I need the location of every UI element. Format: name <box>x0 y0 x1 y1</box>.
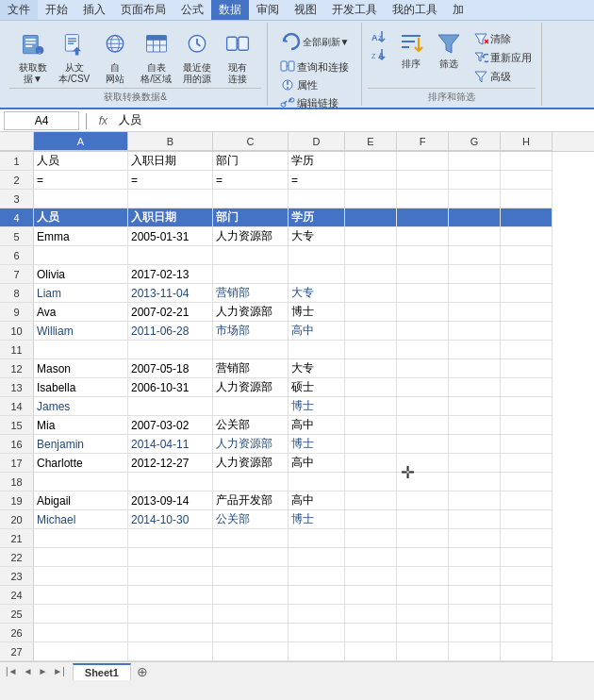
add-sheet-button[interactable]: ⊕ <box>131 664 154 679</box>
cell-r13c4[interactable]: 硕士 <box>289 378 345 397</box>
cell-r7c8[interactable] <box>501 265 553 284</box>
cell-r21c6[interactable] <box>397 529 449 548</box>
cell-r17c7[interactable] <box>449 454 501 473</box>
row-header-26[interactable]: 26 <box>0 624 34 642</box>
cell-r13c8[interactable] <box>501 378 553 397</box>
cell-r18c4[interactable] <box>289 473 345 492</box>
cell-r7c2[interactable]: 2017-02-13 <box>128 265 213 284</box>
cell-r27c1[interactable] <box>34 642 128 661</box>
cell-r2c2[interactable]: = <box>128 171 213 190</box>
cell-r18c3[interactable] <box>213 473 289 492</box>
sheet-nav-prev[interactable]: ◄ <box>22 666 35 676</box>
cell-r26c3[interactable] <box>213 624 289 642</box>
cell-r27c4[interactable] <box>289 642 345 661</box>
row-header-9[interactable]: 9 <box>0 303 34 322</box>
cell-r2c8[interactable] <box>501 171 553 190</box>
cell-r1c2[interactable]: 入职日期 <box>128 152 213 171</box>
cell-r17c2[interactable]: 2012-12-27 <box>128 454 213 473</box>
cell-r2c4[interactable]: = <box>289 171 345 190</box>
refresh-all-btn[interactable]: 全部刷新▼ <box>276 28 354 55</box>
cell-r16c7[interactable] <box>449 435 501 454</box>
cell-r25c6[interactable] <box>397 605 449 624</box>
cell-r5c7[interactable] <box>449 227 501 246</box>
cell-r5c5[interactable] <box>345 227 397 246</box>
cell-r4c6[interactable] <box>397 208 449 227</box>
cell-r14c5[interactable] <box>345 397 397 416</box>
get-data-btn[interactable]: ↓ 获取数据▼ <box>14 28 52 87</box>
cell-r9c3[interactable]: 人力资源部 <box>213 303 289 322</box>
cell-r24c8[interactable] <box>501 586 553 605</box>
cell-r3c5[interactable] <box>345 190 397 208</box>
cell-r16c3[interactable]: 人力资源部 <box>213 435 289 454</box>
cell-r20c4[interactable]: 博士 <box>289 510 345 529</box>
row-header-18[interactable]: 18 <box>0 473 34 492</box>
cell-r6c6[interactable] <box>397 246 449 265</box>
cell-r7c3[interactable] <box>213 265 289 284</box>
cell-r2c5[interactable] <box>345 171 397 190</box>
row-header-24[interactable]: 24 <box>0 586 34 605</box>
edit-links-btn[interactable]: 编辑链接 <box>276 94 353 111</box>
menu-review[interactable]: 审阅 <box>249 0 287 20</box>
cell-r20c3[interactable]: 公关部 <box>213 510 289 529</box>
cell-r24c1[interactable] <box>34 586 128 605</box>
sheet-tab-1[interactable]: Sheet1 <box>73 663 131 680</box>
cell-r8c1[interactable]: Liam <box>34 284 128 303</box>
row-header-10[interactable]: 10 <box>0 322 34 341</box>
filter-btn[interactable]: 筛选 <box>432 28 466 72</box>
cell-r19c4[interactable]: 高中 <box>289 492 345 510</box>
cell-r11c6[interactable] <box>397 341 449 359</box>
cell-r27c3[interactable] <box>213 642 289 661</box>
row-header-1[interactable]: 1 <box>0 152 34 171</box>
cell-r14c7[interactable] <box>449 397 501 416</box>
cell-reference[interactable] <box>4 111 79 130</box>
properties-btn[interactable]: 属性 <box>276 76 353 93</box>
cell-r8c4[interactable]: 大专 <box>289 284 345 303</box>
row-header-12[interactable]: 12 <box>0 359 34 378</box>
sort-btn[interactable]: 排序 <box>394 28 428 72</box>
cell-r18c2[interactable] <box>128 473 213 492</box>
cell-r9c1[interactable]: Ava <box>34 303 128 322</box>
menu-start[interactable]: 开始 <box>38 0 75 20</box>
cell-r27c5[interactable] <box>345 642 397 661</box>
row-header-25[interactable]: 25 <box>0 605 34 624</box>
cell-r20c5[interactable] <box>345 510 397 529</box>
cell-r17c3[interactable]: 人力资源部 <box>213 454 289 473</box>
cell-r16c6[interactable] <box>397 435 449 454</box>
cell-r13c6[interactable] <box>397 378 449 397</box>
cell-r24c7[interactable] <box>449 586 501 605</box>
cell-r2c1[interactable]: = <box>34 171 128 190</box>
cell-r15c1[interactable]: Mia <box>34 416 128 435</box>
cell-r7c6[interactable] <box>397 265 449 284</box>
cell-r4c8[interactable] <box>501 208 553 227</box>
cell-r24c4[interactable] <box>289 586 345 605</box>
cell-r10c2[interactable]: 2011-06-28 <box>128 322 213 341</box>
row-header-19[interactable]: 19 <box>0 492 34 510</box>
cell-r1c3[interactable]: 部门 <box>213 152 289 171</box>
cell-r1c4[interactable]: 学历 <box>289 152 345 171</box>
cell-r15c8[interactable] <box>501 416 553 435</box>
cell-r20c1[interactable]: Michael <box>34 510 128 529</box>
cell-r13c2[interactable]: 2006-10-31 <box>128 378 213 397</box>
cell-r19c7[interactable] <box>449 492 501 510</box>
cell-r27c7[interactable] <box>449 642 501 661</box>
cell-r21c1[interactable] <box>34 529 128 548</box>
row-header-6[interactable]: 6 <box>0 246 34 265</box>
from-text-btn[interactable]: 从文本/CSV <box>55 28 93 87</box>
cell-r27c8[interactable] <box>501 642 553 661</box>
menu-insert[interactable]: 插入 <box>75 0 113 20</box>
cell-r12c2[interactable]: 2007-05-18 <box>128 359 213 378</box>
cell-r5c4[interactable]: 大专 <box>289 227 345 246</box>
cell-r8c6[interactable] <box>397 284 449 303</box>
cell-r22c7[interactable] <box>449 548 501 567</box>
row-header-8[interactable]: 8 <box>0 284 34 303</box>
cell-r8c8[interactable] <box>501 284 553 303</box>
cell-r22c2[interactable] <box>128 548 213 567</box>
cell-r15c2[interactable]: 2007-03-02 <box>128 416 213 435</box>
row-header-14[interactable]: 14 <box>0 397 34 416</box>
clear-btn[interactable]: 清除 <box>470 30 536 47</box>
cell-r13c7[interactable] <box>449 378 501 397</box>
query-connect-btn[interactable]: 查询和连接 <box>276 58 353 75</box>
cell-r23c1[interactable] <box>34 567 128 586</box>
cell-r16c2[interactable]: 2014-04-11 <box>128 435 213 454</box>
cell-r10c1[interactable]: William <box>34 322 128 341</box>
